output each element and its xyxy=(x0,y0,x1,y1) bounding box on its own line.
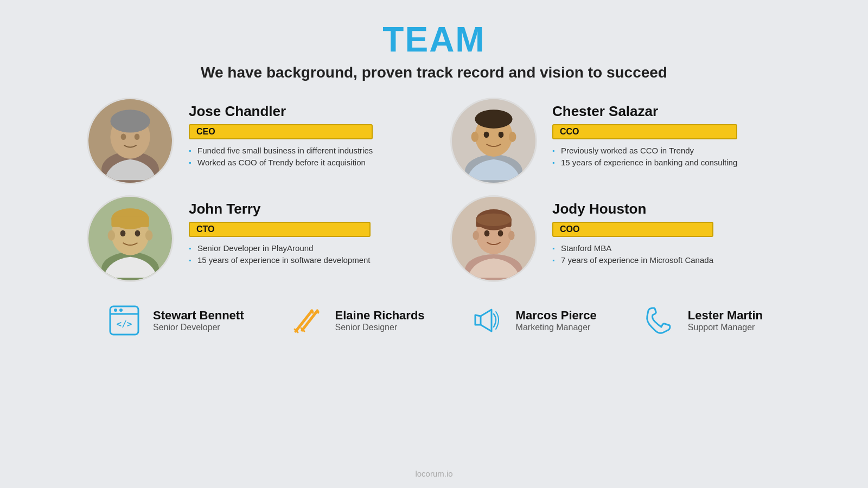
john-bullets: Senior Developer in PlayAround 15 years … xyxy=(189,243,371,267)
bottom-team-row: </> Stewart Bennett Senior Developer Ela… xyxy=(65,301,803,339)
avatar-john xyxy=(87,195,174,282)
footer-text: locorum.io xyxy=(415,469,452,488)
svg-point-9 xyxy=(475,110,512,129)
code-icon: </> xyxy=(105,301,143,339)
john-info: John Terry CTO Senior Developer in PlayA… xyxy=(189,195,371,267)
svg-point-22 xyxy=(135,230,141,237)
jose-info: Jose Chandler CEO Funded five small busi… xyxy=(189,98,373,170)
avatar-jose xyxy=(87,98,174,184)
chester-bullets: Previously worked as CCO in Trendy 15 ye… xyxy=(552,146,737,170)
elaine-text: Elaine Richards Senior Designer xyxy=(335,309,425,332)
marcos-role: Marketing Manager xyxy=(516,323,597,332)
svg-point-30 xyxy=(508,231,515,240)
page-title: TEAM xyxy=(382,20,485,60)
jody-role: COO xyxy=(552,222,713,237)
jose-bullet-1: Funded five small business in different … xyxy=(189,146,373,155)
stewart-text: Stewart Bennett Senior Developer xyxy=(153,309,244,332)
john-role: CTO xyxy=(189,222,371,237)
svg-point-13 xyxy=(499,132,504,138)
avatar-chester xyxy=(450,98,537,184)
stewart-name: Stewart Bennett xyxy=(153,309,244,323)
member-card-john: John Terry CTO Senior Developer in PlayA… xyxy=(87,195,418,282)
marketing-icon xyxy=(468,301,506,339)
jody-info: Jody Houston COO Stanford MBA 7 years of… xyxy=(552,195,713,267)
svg-point-29 xyxy=(473,231,480,240)
bottom-member-marcos: Marcos Pierce Marketing Manager xyxy=(468,301,597,339)
svg-point-32 xyxy=(498,230,503,237)
svg-point-28 xyxy=(476,214,511,226)
jose-name: Jose Chandler xyxy=(189,103,373,120)
svg-point-31 xyxy=(484,230,490,237)
chester-role: CCO xyxy=(552,124,737,139)
svg-point-19 xyxy=(108,230,115,241)
lester-role: Support Manager xyxy=(688,323,763,332)
avatar-jody xyxy=(450,195,537,282)
chester-bullet-2: 15 years of experience in banking and co… xyxy=(552,158,737,167)
elaine-role: Senior Designer xyxy=(335,323,425,332)
jody-bullets: Stanford MBA 7 years of experience in Mi… xyxy=(552,243,713,267)
svg-point-20 xyxy=(145,230,152,241)
svg-point-21 xyxy=(120,230,126,237)
lester-name: Lester Martin xyxy=(688,309,763,323)
lester-text: Lester Martin Support Manager xyxy=(688,309,763,332)
john-name: John Terry xyxy=(189,201,371,217)
member-card-jose: Jose Chandler CEO Funded five small busi… xyxy=(87,98,418,184)
chester-bullet-1: Previously worked as CCO in Trendy xyxy=(552,146,737,155)
jose-role: CEO xyxy=(189,124,373,139)
bottom-member-stewart: </> Stewart Bennett Senior Developer xyxy=(105,301,244,339)
chester-name: Chester Salazar xyxy=(552,103,737,120)
member-card-chester: Chester Salazar CCO Previously worked as… xyxy=(450,98,781,184)
svg-rect-18 xyxy=(111,217,149,227)
jody-name: Jody Houston xyxy=(552,201,713,217)
svg-point-12 xyxy=(484,132,489,138)
support-icon xyxy=(640,301,678,339)
page-subtitle: We have background, proven track record … xyxy=(201,64,667,81)
member-card-jody: Jody Houston COO Stanford MBA 7 years of… xyxy=(450,195,781,282)
svg-point-3 xyxy=(110,110,150,132)
svg-point-5 xyxy=(135,134,140,140)
svg-point-10 xyxy=(471,132,478,142)
jody-bullet-1: Stanford MBA xyxy=(552,243,713,253)
chester-info: Chester Salazar CCO Previously worked as… xyxy=(552,98,737,170)
svg-point-11 xyxy=(509,132,516,142)
bottom-member-elaine: Elaine Richards Senior Designer xyxy=(288,301,425,339)
svg-point-36 xyxy=(119,309,123,312)
elaine-name: Elaine Richards xyxy=(335,309,425,323)
john-bullet-2: 15 years of experience in software devel… xyxy=(189,255,371,265)
svg-point-35 xyxy=(114,309,117,312)
jose-bullet-2: Worked as COO of Trendy before it acquis… xyxy=(189,158,373,167)
john-bullet-1: Senior Developer in PlayAround xyxy=(189,243,371,253)
main-team-grid: Jose Chandler CEO Funded five small busi… xyxy=(65,98,803,282)
marcos-text: Marcos Pierce Marketing Manager xyxy=(516,309,597,332)
bottom-member-lester: Lester Martin Support Manager xyxy=(640,301,763,339)
design-icon xyxy=(288,301,326,339)
svg-text:</>: </> xyxy=(117,319,132,329)
jose-bullets: Funded five small business in different … xyxy=(189,146,373,170)
stewart-role: Senior Developer xyxy=(153,323,244,332)
svg-point-4 xyxy=(121,134,126,140)
svg-marker-44 xyxy=(475,310,492,331)
marcos-name: Marcos Pierce xyxy=(516,309,597,323)
jody-bullet-2: 7 years of experience in Microsoft Canad… xyxy=(552,255,713,265)
